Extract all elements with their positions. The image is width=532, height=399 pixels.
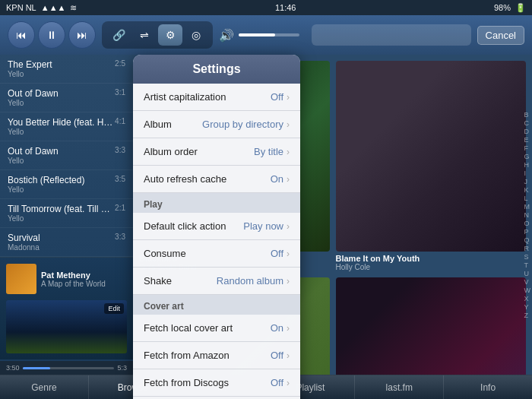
settings-row-auto-refresh[interactable]: Auto refresh cache On › xyxy=(133,166,300,193)
now-playing-title: Pat Metheny xyxy=(41,271,106,280)
settings-section-play: Play xyxy=(133,193,300,213)
album-card-blame[interactable]: Blame It on My Youth Holly Cole xyxy=(336,61,527,271)
cancel-button[interactable]: Cancel xyxy=(477,26,524,45)
progress-bar-area: 3:50 5:3 xyxy=(0,361,133,375)
carrier: KPN NL xyxy=(6,3,36,12)
battery-icon: 🔋 xyxy=(515,3,526,13)
progress-current: 3:50 xyxy=(6,364,20,372)
list-item[interactable]: 4:1 You Better Hide (feat. Heidi... Yell… xyxy=(0,112,133,141)
alphabet-sidebar: BC DE FG HI JK LM NO PQ RS TU VW XY Z xyxy=(524,55,531,375)
left-panel: 2:5 The Expert Yello 3:1 Out of Dawn Yel… xyxy=(0,55,133,375)
settings-row-fetch-local[interactable]: Fetch local cover art On › xyxy=(133,315,300,342)
wifi-icon: ≋ xyxy=(70,3,77,13)
now-playing-album: A Map of the World xyxy=(41,280,106,288)
list-item[interactable]: 3:5 Bostich (Reflected) Yello xyxy=(0,170,133,199)
top-bar: ⏮ ⏸ ⏭ 🔗 ⇌ ⚙ ◎ 🔊 Cancel xyxy=(0,15,532,55)
edit-badge[interactable]: Edit xyxy=(104,303,124,314)
now-playing-text: Pat Metheny A Map of the World xyxy=(41,271,106,288)
settings-header: Settings xyxy=(133,55,300,84)
list-item[interactable]: 2:5 The Expert Yello xyxy=(0,55,133,84)
playback-controls: ⏮ ⏸ ⏭ xyxy=(8,21,96,49)
tab-icons: 🔗 ⇌ ⚙ ◎ xyxy=(102,21,213,49)
tab-shuffle[interactable]: ⇌ xyxy=(132,24,157,46)
now-playing-card: Pat Metheny A Map of the World Edit xyxy=(0,257,133,359)
settings-row-shake[interactable]: Shake Random album › xyxy=(133,268,300,295)
settings-row-fetch-discogs[interactable]: Fetch from Discogs Off › xyxy=(133,369,300,397)
status-left: KPN NL ▲▲▲ ≋ xyxy=(6,3,77,13)
list-item[interactable]: 3:3 Survival Madonna xyxy=(0,228,133,257)
now-playing-cover: Edit xyxy=(6,300,127,353)
search-bar[interactable] xyxy=(312,24,471,46)
settings-row-click-action[interactable]: Default click action Play now › xyxy=(133,213,300,240)
settings-section-cover: Cover art xyxy=(133,295,300,315)
settings-row-artist-cap[interactable]: Artist capitalization Off › xyxy=(133,84,300,111)
now-playing-info: Pat Metheny A Map of the World xyxy=(6,264,127,294)
status-right: 98% 🔋 xyxy=(494,3,526,13)
list-item[interactable]: 2:1 Till Tomorrow (feat. Till Brö... Yel… xyxy=(0,199,133,228)
settings-row-consume[interactable]: Consume Off › xyxy=(133,240,300,268)
progress-fill xyxy=(23,367,50,369)
tab-lastfm[interactable]: last.fm xyxy=(355,375,444,399)
tab-link[interactable]: 🔗 xyxy=(106,24,131,46)
pause-button[interactable]: ⏸ xyxy=(38,21,65,49)
status-bar: KPN NL ▲▲▲ ≋ 11:46 98% 🔋 xyxy=(0,0,532,15)
signal-icon: ▲▲▲ xyxy=(41,3,66,12)
tab-info[interactable]: Info xyxy=(444,375,532,399)
settings-row-album[interactable]: Album Group by directory › xyxy=(133,111,300,138)
main-content: 2:5 The Expert Yello 3:1 Out of Dawn Yel… xyxy=(0,55,532,375)
tab-target[interactable]: ◎ xyxy=(184,24,208,46)
list-item[interactable]: 3:1 Out of Dawn Yello xyxy=(0,84,133,112)
settings-row-album-order[interactable]: Album order By title › xyxy=(133,138,300,166)
volume-fill xyxy=(239,33,275,36)
progress-track[interactable] xyxy=(23,367,115,369)
settings-row-fetch-amazon[interactable]: Fetch from Amazon Off › xyxy=(133,342,300,369)
next-button[interactable]: ⏭ xyxy=(68,21,96,49)
list-item[interactable]: 3:3 Out of Dawn Yello xyxy=(0,141,133,170)
time: 11:46 xyxy=(275,3,296,12)
volume-icon: 🔊 xyxy=(219,28,234,43)
album-card-blue[interactable]: Blue Light 'Til Dawn Cassandra Wilson xyxy=(336,277,527,375)
album-thumb-blue xyxy=(336,277,527,375)
battery: 98% xyxy=(494,3,511,12)
volume-slider[interactable] xyxy=(239,33,299,36)
album-thumb-blame xyxy=(336,61,527,252)
settings-overlay: Settings Artist capitalization Off › Alb… xyxy=(133,55,300,399)
tab-settings[interactable]: ⚙ xyxy=(158,24,182,46)
track-list: 2:5 The Expert Yello 3:1 Out of Dawn Yel… xyxy=(0,55,133,257)
now-playing-thumb xyxy=(6,264,36,294)
volume-area: 🔊 xyxy=(219,28,299,43)
prev-button[interactable]: ⏮ xyxy=(8,21,35,49)
progress-total: 5:3 xyxy=(117,364,127,372)
tab-genre[interactable]: Genre xyxy=(0,375,89,399)
